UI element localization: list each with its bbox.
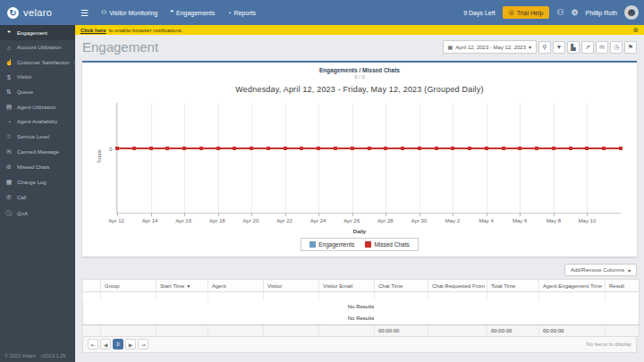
column-header-agent[interactable]: Agent — [208, 280, 264, 292]
data-point-marker[interactable] — [317, 147, 320, 150]
sidebar-item-agent-utilization[interactable]: ▤Agent Utilization — [0, 99, 75, 114]
avatar[interactable]: ☻ — [624, 5, 639, 20]
column-header-start-time[interactable]: Start Time▼ — [157, 280, 208, 292]
first-page-button[interactable]: ⇤ — [88, 339, 98, 349]
data-point-marker[interactable] — [267, 147, 270, 150]
column-header-visitor[interactable]: Visitor — [264, 280, 319, 292]
sidebar-item-canned-message[interactable]: ✉Canned Message — [0, 144, 75, 159]
search-button[interactable]: ⚲ — [538, 41, 551, 54]
sidebar-item-queue[interactable]: ⇅Queue — [0, 84, 75, 99]
previous-page-button[interactable]: ◀ — [100, 339, 111, 349]
data-point-marker[interactable] — [468, 147, 471, 150]
data-point-marker[interactable] — [401, 147, 404, 150]
table-cell — [208, 292, 264, 301]
data-point-marker[interactable] — [149, 147, 153, 150]
data-point-marker[interactable] — [552, 147, 555, 150]
add-remove-columns-button[interactable]: Add/Remove Columns ▾ — [564, 264, 637, 276]
close-notification-icon[interactable]: ⊗ — [632, 26, 639, 34]
data-point-marker[interactable] — [384, 147, 387, 150]
gridline — [218, 103, 219, 213]
data-point-marker[interactable] — [518, 147, 521, 150]
last-page-button[interactable]: ⇥ — [138, 339, 148, 349]
page-0-button[interactable]: 0 — [113, 339, 123, 349]
no-results-row: No Results — [83, 301, 640, 313]
sidebar-item-missed-chats[interactable]: ⊘Missed Chats — [0, 159, 75, 174]
sidebar-item-change-log[interactable]: ▦Change Log — [0, 174, 75, 189]
x-tick-label: Apr 20 — [243, 218, 259, 223]
column-header-chat-time[interactable]: Chat Time — [375, 280, 428, 292]
nav-item-visitor-monitoring[interactable]: ⚇Visitor Monitoring — [101, 9, 157, 16]
data-point-marker[interactable] — [216, 147, 220, 150]
nav-item-engagements[interactable]: ❝Engagements — [170, 9, 215, 16]
column-header-total-time[interactable]: Total Time — [487, 280, 539, 292]
sidebar-item-customer-satisfaction[interactable]: ☝Customer Satisfaction› — [0, 55, 75, 70]
data-point-marker[interactable] — [334, 147, 337, 150]
data-point-marker[interactable] — [435, 147, 438, 150]
account-utilization-icon: ⌂ — [5, 45, 13, 51]
bookmark-button[interactable]: ⚑ — [624, 41, 637, 54]
data-point-marker[interactable] — [418, 147, 421, 150]
brand-name: velaro — [23, 7, 52, 18]
schedule-button[interactable]: ◷ — [610, 41, 623, 54]
data-point-marker[interactable] — [300, 147, 303, 150]
gridline — [487, 103, 487, 213]
data-point-marker[interactable] — [199, 147, 203, 150]
data-point-marker[interactable] — [250, 147, 253, 150]
data-point-marker[interactable] — [502, 147, 505, 150]
column-header-group[interactable]: Group — [101, 280, 157, 292]
nav-item-reports[interactable]: ◔Reports — [227, 9, 256, 16]
sidebar-item-agent-availability[interactable]: ◔Agent Availability — [0, 114, 75, 129]
sidebar-item-visitor[interactable]: $Visitor — [0, 70, 75, 84]
data-point-marker[interactable] — [132, 147, 136, 150]
axis-tick — [285, 213, 286, 216]
no-results-label: No Results — [83, 301, 640, 313]
data-point-marker[interactable] — [165, 147, 169, 150]
totals-row: 00:00:0000:00:0000:00:00 — [83, 324, 640, 336]
column-header-visitor-email[interactable]: Visitor Email — [319, 280, 375, 292]
column-header-agent-engagement-time[interactable]: Agent Engagement Time — [539, 280, 606, 292]
gear-icon[interactable]: ⚙ — [572, 8, 579, 17]
legend-item-engagements[interactable]: Engagements — [309, 241, 354, 248]
email-icon: ✉ — [599, 44, 605, 51]
data-point-marker[interactable] — [602, 147, 606, 150]
email-button[interactable]: ✉ — [596, 41, 608, 54]
data-point-marker[interactable] — [569, 147, 572, 150]
sidebar-item-label: Agent Utilization — [17, 105, 55, 110]
enable-notifications-link[interactable]: Click here — [80, 28, 106, 33]
data-point-marker[interactable] — [535, 147, 538, 150]
data-point-marker[interactable] — [585, 147, 589, 150]
data-point-marker[interactable] — [284, 147, 287, 150]
sidebar-item-label: QnA — [17, 211, 28, 216]
user-name[interactable]: Phillip Roth — [586, 10, 617, 16]
data-point-marker[interactable] — [233, 147, 236, 150]
legend-item-missed-chats[interactable]: Missed Chats — [365, 241, 409, 248]
sidebar-item-engagement[interactable]: ❝Engagement — [0, 25, 75, 40]
data-point-marker[interactable] — [368, 147, 371, 150]
trial-help-button[interactable]: ◎ Trial Help — [503, 6, 550, 19]
sidebar-item-qna[interactable]: ⓘQnA — [0, 205, 75, 222]
axis-tick — [151, 213, 152, 216]
hamburger-menu-icon[interactable]: ☰ — [80, 8, 89, 18]
chevron-down-icon: ▾ — [628, 267, 631, 274]
chart-button[interactable]: ▙ — [567, 41, 580, 54]
column-header-chat-requested-from[interactable]: Chat Requested From — [428, 280, 487, 292]
next-page-button[interactable]: ▶ — [125, 339, 136, 349]
data-point-marker[interactable] — [451, 147, 454, 150]
sidebar-item-account-utilization[interactable]: ⌂Account Utilization — [0, 40, 75, 55]
sidebar-item-service-level[interactable]: ☆Service Level — [0, 129, 75, 144]
filter-button[interactable]: ▼ — [553, 41, 565, 54]
data-point-marker[interactable] — [619, 147, 623, 150]
date-range-picker[interactable]: ▦ April 12, 2023 - May 12, 2023 ▾ — [443, 40, 537, 54]
column-header-result[interactable]: Result — [606, 280, 640, 292]
export-button[interactable]: ↗ — [581, 41, 594, 54]
visitors-icon[interactable]: ⚇ — [556, 8, 564, 17]
data-point-marker[interactable] — [351, 147, 354, 150]
version-label: v2023.1.29 — [41, 353, 65, 358]
data-point-marker[interactable] — [182, 147, 186, 150]
data-point-marker[interactable] — [115, 147, 119, 150]
total-value: 00:00:00 — [487, 324, 539, 336]
data-point-marker[interactable] — [485, 147, 488, 150]
table-cell — [157, 324, 208, 336]
legend-swatch — [365, 241, 371, 248]
sidebar-item-call[interactable]: ✆Call — [0, 189, 75, 205]
